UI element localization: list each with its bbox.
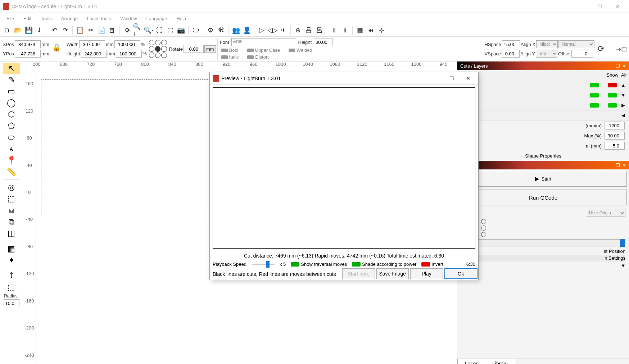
playback-speed-slider[interactable] (252, 264, 275, 265)
preview-icon[interactable]: 🖵 (191, 25, 201, 35)
save-image-button[interactable]: Save Image (376, 268, 409, 279)
save-icon[interactable]: 💾 (24, 25, 34, 35)
send-icon[interactable]: ✈ (278, 25, 288, 35)
bool-union-icon[interactable]: ⧈ (3, 205, 20, 216)
panel-restore-icon[interactable]: ❐ (616, 163, 620, 168)
panel-restore-icon[interactable]: ❐ (616, 63, 620, 69)
bool-sub-icon[interactable]: ⧉ (3, 217, 20, 227)
layer-row[interactable]: ▶ (457, 100, 629, 110)
font-select[interactable]: Arial (231, 38, 296, 46)
draw-tool-icon[interactable]: ✎ (3, 74, 20, 85)
height-pct-input[interactable] (116, 50, 142, 58)
vspace-input[interactable] (502, 50, 520, 58)
marker-tool-icon[interactable]: 📍 (3, 155, 20, 166)
measure-icon[interactable]: ⊹ (376, 25, 386, 35)
panel-close-icon[interactable]: ✕ (622, 163, 626, 168)
xpos-input[interactable] (15, 40, 41, 48)
bold-toggle[interactable]: Bold (220, 47, 240, 53)
welded-toggle[interactable]: Welded (287, 47, 314, 53)
hspace-input[interactable] (502, 40, 520, 48)
start-button[interactable]: ▶ Start (460, 171, 627, 187)
panel-close-icon[interactable]: ✕ (622, 63, 626, 69)
select-tool-icon[interactable]: ↖ (3, 63, 20, 74)
interval-input[interactable] (605, 142, 625, 150)
alignx-select[interactable]: Middle (536, 40, 558, 48)
origin-select[interactable]: User Origin (586, 209, 625, 217)
settings-icon[interactable]: ⚙ (205, 25, 216, 35)
measure-tool-icon[interactable]: 📏 (3, 167, 20, 177)
rect-tool-icon[interactable]: ▭ (3, 86, 20, 97)
selected-design[interactable] (41, 79, 214, 216)
rotate-input[interactable] (184, 45, 204, 53)
offset-tool-icon[interactable]: ◎ (3, 182, 20, 193)
move-icon[interactable]: ✥ (122, 25, 132, 35)
start-here-button[interactable]: Start here (342, 268, 375, 279)
tab-library[interactable]: Library (485, 359, 515, 364)
width-pct-input[interactable] (114, 40, 140, 48)
close-button[interactable]: ✕ (610, 1, 626, 12)
edit-nodes-icon[interactable]: ⤴ (3, 270, 20, 281)
aligny-select[interactable]: Top (536, 50, 557, 58)
align-v-icon[interactable]: 呂 (314, 25, 325, 35)
pentagon-tool-icon[interactable]: ⬠ (3, 120, 20, 131)
undo-icon[interactable]: ↶ (49, 25, 59, 35)
zoomin-icon[interactable]: 🔍+ (133, 25, 143, 35)
align-center-icon[interactable]: ⊕ (293, 25, 303, 35)
layer-row[interactable]: ▲ (457, 80, 629, 90)
text-tool-icon[interactable]: A (3, 144, 20, 154)
device-icon[interactable]: 🛠 (216, 25, 226, 35)
offset-input[interactable] (571, 50, 593, 58)
minimize-button[interactable]: — (574, 1, 590, 12)
maxpower-input[interactable] (605, 132, 625, 140)
distribute-h-icon[interactable]: ⫴ (329, 25, 339, 35)
menu-language[interactable]: Language (142, 15, 171, 22)
traversal-toggle[interactable]: Show traversal moves (291, 261, 347, 267)
preview-close-button[interactable]: ✕ (461, 76, 475, 81)
distort-toggle[interactable]: Distort (246, 54, 270, 60)
radius-input[interactable] (4, 299, 19, 307)
flip-v-icon[interactable]: ◁▷ (267, 25, 277, 35)
origin-grid[interactable] (148, 39, 168, 59)
run-gcode-button[interactable]: Run GCode (460, 190, 627, 205)
preview-canvas[interactable] (213, 87, 475, 249)
shade-toggle[interactable]: Shade according to power (352, 261, 416, 267)
layer-row[interactable]: ◀ (457, 110, 629, 120)
delete-icon[interactable]: 🗑 (107, 25, 117, 35)
flip-h-icon[interactable]: ▷ (257, 25, 267, 35)
new-icon[interactable]: 🗋 (2, 25, 12, 35)
textmode-select[interactable]: Normal (558, 40, 594, 48)
play-button[interactable]: Play (410, 268, 443, 279)
cut-icon[interactable]: ✂ (86, 25, 96, 35)
invert-toggle[interactable]: Invert (421, 261, 443, 267)
trace-icon[interactable]: ⬚ (3, 282, 20, 293)
speed-input[interactable] (605, 122, 625, 129)
paste-icon[interactable]: 📄 (96, 25, 107, 35)
open-icon[interactable]: 📂 (13, 25, 23, 35)
zoomout-icon[interactable]: 🔍- (144, 25, 154, 35)
array-icon[interactable]: ▦ (355, 25, 365, 35)
import-icon[interactable]: ⭳ (35, 25, 45, 35)
radial-array-icon[interactable]: ✦ (3, 255, 20, 266)
lock-icon[interactable]: 🔒 (52, 43, 64, 55)
refresh-icon[interactable]: ⟳ (596, 44, 606, 54)
preview-maximize-button[interactable]: ☐ (444, 76, 459, 81)
tab-laser[interactable]: Laser (457, 359, 485, 364)
redo-icon[interactable]: ↷ (60, 25, 70, 35)
menu-window[interactable]: Window (116, 15, 141, 22)
bool-inter-icon[interactable]: ◫ (3, 228, 20, 239)
zoomfit-icon[interactable]: ⛶ (154, 25, 164, 35)
width-input[interactable] (79, 40, 105, 48)
menu-lasertools[interactable]: Laser Tools (83, 15, 115, 22)
menu-edit[interactable]: Edit (19, 15, 36, 22)
font-height-input[interactable] (314, 38, 332, 46)
distribute-v-icon[interactable]: ⫵ (340, 25, 350, 35)
layer-row[interactable]: ▼ (457, 90, 629, 100)
group-icon[interactable]: 👥 (231, 25, 241, 35)
align-h-icon[interactable]: 吕 (304, 25, 314, 35)
variable-text-icon[interactable]: ⇥□ (616, 44, 626, 54)
zoomsel-icon[interactable]: ⬚ (165, 25, 175, 35)
dock-icon[interactable]: ⏮ (366, 25, 376, 35)
grid-array-icon[interactable]: ▦ (3, 244, 20, 254)
upper-toggle[interactable]: Upper Case (246, 47, 281, 53)
ungroup-icon[interactable]: 👤 (242, 25, 252, 35)
